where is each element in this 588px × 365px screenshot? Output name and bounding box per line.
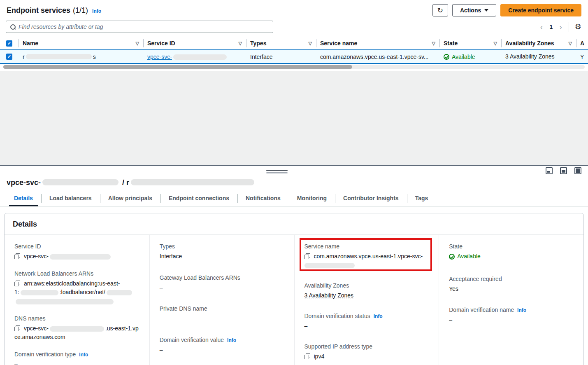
redacted-text bbox=[107, 290, 132, 295]
availability-zones-link[interactable]: 3 Availability Zones bbox=[505, 53, 555, 60]
column-header-state[interactable]: State▽ bbox=[439, 37, 501, 49]
column-header-acceptance-clipped[interactable]: A bbox=[576, 37, 588, 49]
sort-icon[interactable]: ▽ bbox=[239, 41, 242, 46]
available-check-icon bbox=[449, 254, 455, 260]
cell-acceptance-clipped: Y bbox=[576, 50, 588, 63]
search-input[interactable] bbox=[19, 23, 269, 30]
page-next-button[interactable]: › bbox=[558, 23, 563, 31]
info-link[interactable]: Info bbox=[374, 314, 383, 319]
column-header-service-name[interactable]: Service name▽ bbox=[316, 37, 439, 49]
redacted-text bbox=[21, 290, 58, 295]
select-all-checkbox-cell: ✓ bbox=[0, 37, 19, 49]
details-column-4: State Available Acceptance required Yes … bbox=[439, 235, 583, 365]
redacted-text bbox=[50, 254, 111, 260]
scrollbar-thumb[interactable] bbox=[3, 65, 352, 69]
copy-icon[interactable] bbox=[14, 253, 20, 259]
caret-down-icon bbox=[484, 9, 488, 12]
tab-load-balancers[interactable]: Load balancers bbox=[41, 191, 100, 206]
column-header-name[interactable]: Name▽ bbox=[19, 37, 143, 49]
availability-zones-link[interactable]: 3 Availability Zones bbox=[304, 292, 354, 299]
refresh-icon: ↻ bbox=[437, 6, 443, 15]
endpoint-services-panel: Endpoint services (1/1) Info ↻ Actions C… bbox=[0, 0, 588, 69]
field-domain-verification-type: Domain verification type Info – bbox=[14, 351, 139, 365]
copy-icon[interactable] bbox=[14, 325, 20, 331]
sort-icon[interactable]: ▽ bbox=[432, 41, 435, 46]
split-panel-drag-handle[interactable] bbox=[266, 170, 288, 173]
page-prev-button[interactable]: ‹ bbox=[539, 23, 544, 31]
sort-icon[interactable]: ▽ bbox=[569, 41, 572, 46]
field-domain-verification-name: Domain verification name Info – bbox=[449, 307, 574, 325]
redacted-text bbox=[26, 54, 92, 59]
tab-allow-principals[interactable]: Allow principals bbox=[100, 191, 160, 206]
table-header-row: ✓ Name▽ Service ID▽ Types▽ Service name▽… bbox=[0, 37, 588, 49]
cell-types: Interface bbox=[246, 50, 316, 63]
refresh-button[interactable]: ↻ bbox=[432, 4, 448, 16]
table-row[interactable]: ✓ rs vpce-svc- Interface com.amazonaws.v… bbox=[0, 49, 588, 64]
tab-details[interactable]: Details bbox=[6, 191, 41, 206]
info-link[interactable]: Info bbox=[227, 337, 236, 343]
field-gateway-lb-arns: Gateway Load Balancers ARNs – bbox=[160, 274, 284, 292]
field-domain-verification-status: Domain verification status Info – bbox=[304, 313, 429, 331]
copy-icon[interactable] bbox=[14, 281, 20, 286]
copy-icon[interactable] bbox=[304, 253, 310, 259]
create-endpoint-service-button[interactable]: Create endpoint service bbox=[500, 4, 581, 16]
cell-state: Available bbox=[439, 50, 501, 63]
info-link[interactable]: Info bbox=[92, 8, 101, 14]
search-icon bbox=[10, 24, 15, 29]
empty-area bbox=[0, 71, 588, 165]
panel-layout-bottom-icon[interactable] bbox=[546, 167, 553, 174]
column-header-types[interactable]: Types▽ bbox=[246, 37, 316, 49]
row-checkbox[interactable]: ✓ bbox=[6, 54, 12, 60]
tab-tags[interactable]: Tags bbox=[407, 191, 437, 206]
sort-icon[interactable]: ▽ bbox=[309, 41, 312, 46]
field-supported-ip-address-type: Supported IP address type ipv4 bbox=[304, 343, 429, 361]
page-title: Endpoint services bbox=[7, 6, 70, 15]
redacted-text bbox=[173, 54, 227, 60]
search-box[interactable] bbox=[6, 21, 273, 33]
settings-gear-icon[interactable]: ⚙ bbox=[575, 23, 581, 30]
page-number[interactable]: 1 bbox=[549, 23, 553, 30]
cell-service-name: com.amazonaws.vpce.us-east-1.vpce-sv... bbox=[316, 50, 439, 63]
field-dns-names: DNS names vpce-svc-.us-east-1.vpce.amazo… bbox=[14, 315, 139, 342]
check-icon: ✓ bbox=[7, 41, 11, 46]
horizontal-scrollbar[interactable] bbox=[3, 65, 585, 69]
field-service-id: Service ID vpce-svc- bbox=[14, 243, 139, 261]
tab-monitoring[interactable]: Monitoring bbox=[289, 191, 335, 206]
tab-endpoint-connections[interactable]: Endpoint connections bbox=[160, 191, 237, 206]
field-service-name: Service name com.amazonaws.vpce.us-east-… bbox=[304, 243, 429, 270]
redacted-text bbox=[131, 179, 254, 185]
redacted-text bbox=[304, 263, 355, 268]
field-acceptance-required: Acceptance required Yes bbox=[449, 276, 574, 294]
tab-notifications[interactable]: Notifications bbox=[237, 191, 289, 206]
tab-contributor-insights[interactable]: Contributor Insights bbox=[335, 191, 407, 206]
column-header-availability-zones[interactable]: Availability Zones▽ bbox=[501, 37, 576, 49]
redacted-text bbox=[50, 326, 104, 332]
info-link[interactable]: Info bbox=[517, 307, 526, 313]
panel-layout-full-icon[interactable] bbox=[574, 167, 581, 174]
sort-icon[interactable]: ▽ bbox=[494, 41, 497, 46]
field-private-dns-name: Private DNS name – bbox=[160, 305, 284, 323]
result-count: (1/1) bbox=[73, 6, 88, 15]
copy-icon[interactable] bbox=[304, 353, 310, 359]
panel-layout-half-icon[interactable] bbox=[560, 167, 567, 174]
tab-bar: Details Load balancers Allow principals … bbox=[0, 191, 588, 206]
details-column-3: Service name com.amazonaws.vpce.us-east-… bbox=[294, 235, 439, 365]
split-panel: vpce-svc- / r Details Load balancers All… bbox=[0, 165, 588, 365]
field-availability-zones: Availability Zones 3 Availability Zones bbox=[304, 282, 429, 300]
redacted-text bbox=[16, 299, 114, 304]
info-link[interactable]: Info bbox=[79, 352, 88, 358]
check-icon: ✓ bbox=[7, 54, 11, 59]
sort-icon[interactable]: ▽ bbox=[136, 41, 139, 46]
divider bbox=[569, 22, 569, 32]
panel-header: Endpoint services (1/1) Info ↻ Actions C… bbox=[0, 0, 588, 19]
details-card: Details Service ID vpce-svc- Network Loa… bbox=[4, 213, 584, 365]
select-all-checkbox[interactable]: ✓ bbox=[6, 40, 12, 47]
field-state: State Available bbox=[449, 243, 574, 262]
column-header-service-id[interactable]: Service ID▽ bbox=[143, 37, 246, 49]
service-id-link[interactable]: vpce-svc- bbox=[147, 54, 228, 60]
field-nlb-arns: Network Load Balancers ARNs arn:aws:elas… bbox=[14, 270, 139, 306]
toolbar-row: ‹ 1 › ⚙ bbox=[0, 19, 588, 37]
actions-button[interactable]: Actions bbox=[452, 4, 496, 16]
redacted-text bbox=[42, 179, 119, 185]
cell-availability-zones: 3 Availability Zones bbox=[501, 50, 576, 63]
